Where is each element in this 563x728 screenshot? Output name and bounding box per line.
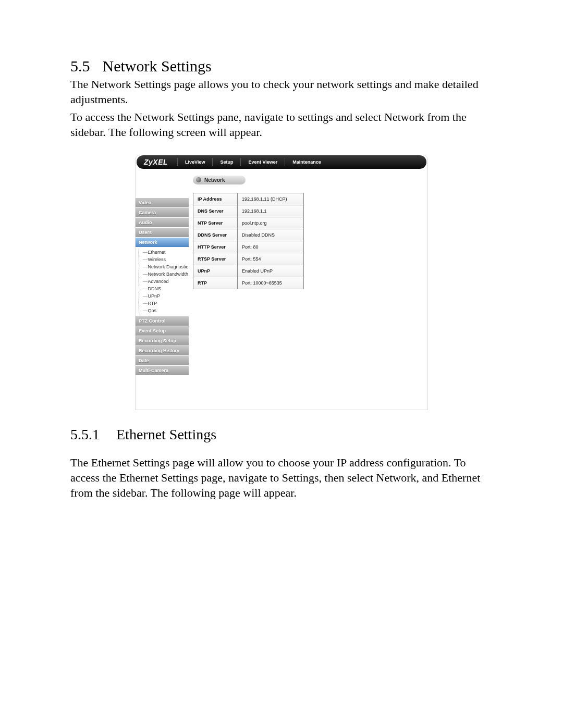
table-value: Disabled DDNS [238,229,304,241]
top-tab[interactable]: Maintenance [285,158,328,166]
sidebar-subitem[interactable]: Network Bandwidth [139,270,189,278]
top-tab[interactable]: LiveView [177,158,212,166]
subsection-number: 5.5.1 [70,426,100,442]
sidebar-item[interactable]: Multi-Camera [136,366,189,376]
table-value: Enabled UPnP [238,265,304,277]
section-heading: 5.5Network Settings [70,57,493,75]
table-row: HTTP ServerPort: 80 [193,241,304,253]
sidebar-subitem[interactable]: Ethernet [139,249,189,256]
table-row: RTPPort: 10000~65535 [193,277,304,289]
sidebar-subitem[interactable]: Advanced [139,278,189,285]
table-key: UPnP [193,265,238,277]
sidebar-item[interactable]: Date [136,356,189,366]
sidebar-item[interactable]: Recording Setup [136,336,189,346]
sidebar-item[interactable]: Users [136,228,189,238]
brand-logo: ZyXEL [137,158,177,166]
sidebar-item[interactable]: Video [136,198,189,208]
sidebar-item[interactable]: Event Setup [136,326,189,336]
subsection-title: Ethernet Settings [116,426,216,442]
sidebar-item[interactable]: PTZ Control [136,316,189,326]
top-tabs: LiveViewSetupEvent ViewerMaintenance [177,158,328,166]
paragraph: The Network Settings page allows you to … [70,77,493,107]
screenshot-panel: ZyXEL LiveViewSetupEvent ViewerMaintenan… [136,155,427,410]
subsection-heading: 5.5.1Ethernet Settings [70,426,493,443]
sidebar-item[interactable]: Audio [136,218,189,228]
table-key: DNS Server [193,205,238,217]
table-value: Port: 554 [238,253,304,265]
section-number: 5.5 [70,57,90,75]
table-row: IP Address192.168.1.11 (DHCP) [193,193,304,205]
sidebar-sublist: EthernetWirelessNetwork DiagnosticNetwor… [136,248,189,316]
sidebar-subitem[interactable]: Wireless [139,256,189,263]
table-row: UPnPEnabled UPnP [193,265,304,277]
table-key: RTP [193,277,238,289]
table-row: DNS Server192.168.1.1 [193,205,304,217]
sidebar-subitem[interactable]: RTP [139,300,189,307]
breadcrumb: Network [193,176,246,184]
table-row: DDNS ServerDisabled DDNS [193,229,304,241]
paragraph: To access the Network Settings pane, nav… [70,110,493,140]
network-summary-table: IP Address192.168.1.11 (DHCP)DNS Server1… [193,193,304,289]
top-tab[interactable]: Setup [212,158,240,166]
sidebar-subitem[interactable]: Network Diagnostic [139,263,189,270]
table-value: Port: 10000~65535 [238,277,304,289]
table-value: Port: 80 [238,241,304,253]
table-key: NTP Server [193,217,238,229]
sidebar-item[interactable]: Recording History [136,346,189,356]
sidebar: VideoCameraAudioUsersNetworkEthernetWire… [136,170,189,410]
table-value: 192.168.1.1 [238,205,304,217]
table-row: NTP Serverpool.ntp.org [193,217,304,229]
table-key: RTSP Server [193,253,238,265]
table-row: RTSP ServerPort: 554 [193,253,304,265]
breadcrumb-label: Network [204,177,225,183]
sidebar-subitem[interactable]: UPnP [139,292,189,300]
table-value: 192.168.1.11 (DHCP) [238,193,304,205]
paragraph: The Ethernet Settings page will allow yo… [70,455,493,500]
sidebar-item[interactable]: Network [136,238,189,248]
table-key: IP Address [193,193,238,205]
top-tab[interactable]: Event Viewer [240,158,285,166]
main-content: Network IP Address192.168.1.11 (DHCP)DNS… [189,170,427,410]
table-key: DDNS Server [193,229,238,241]
section-title: Network Settings [103,57,212,75]
table-value: pool.ntp.org [238,217,304,229]
sidebar-item[interactable]: Camera [136,208,189,218]
sidebar-subitem[interactable]: Qos [139,307,189,314]
top-nav: ZyXEL LiveViewSetupEvent ViewerMaintenan… [137,155,426,169]
breadcrumb-icon [196,177,201,182]
table-key: HTTP Server [193,241,238,253]
sidebar-subitem[interactable]: DDNS [139,285,189,292]
